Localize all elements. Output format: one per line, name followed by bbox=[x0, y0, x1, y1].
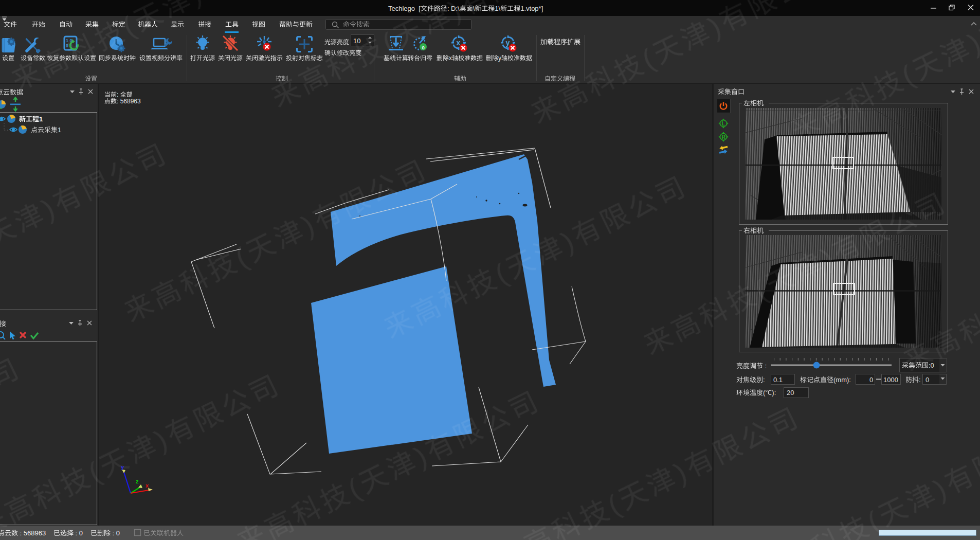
svg-text:R: R bbox=[722, 134, 726, 140]
svg-text:L: L bbox=[722, 120, 725, 127]
svg-text:: 0: : 0 bbox=[111, 529, 120, 537]
svg-text::: : bbox=[763, 376, 765, 384]
svg-text:20: 20 bbox=[787, 389, 794, 397]
svg-text:x: x bbox=[146, 482, 149, 489]
svg-text:y: y bbox=[506, 39, 510, 47]
svg-text::0: :0 bbox=[929, 362, 934, 369]
svg-text:x: x bbox=[457, 39, 461, 47]
svg-text:x: x bbox=[449, 55, 452, 62]
svg-text:1000: 1000 bbox=[883, 376, 898, 384]
svg-text:0.1: 0.1 bbox=[773, 376, 783, 384]
svg-text:):: ): bbox=[772, 389, 776, 397]
svg-text::: : bbox=[919, 376, 921, 384]
svg-text:1.vtop*]: 1.vtop*] bbox=[520, 5, 543, 12]
svg-text:1: 1 bbox=[58, 126, 61, 134]
svg-text:z: z bbox=[136, 478, 139, 484]
svg-text:0: 0 bbox=[869, 376, 873, 384]
svg-text:0: 0 bbox=[422, 45, 424, 50]
svg-text:0: 0 bbox=[925, 376, 929, 384]
svg-text:y: y bbox=[498, 55, 501, 62]
svg-text:Techlego [: Techlego [ bbox=[388, 5, 421, 12]
svg-text:: 0: : 0 bbox=[74, 529, 83, 537]
svg-text::: : bbox=[763, 362, 767, 370]
svg-text:(: ( bbox=[763, 389, 766, 397]
svg-text::: : bbox=[117, 91, 120, 98]
svg-text:: 568963: : 568963 bbox=[117, 98, 141, 105]
svg-text:1\: 1\ bbox=[495, 5, 500, 12]
svg-text:: 568963: : 568963 bbox=[18, 529, 46, 537]
svg-text:1: 1 bbox=[39, 115, 43, 123]
svg-text:(mm):: (mm): bbox=[833, 376, 851, 384]
